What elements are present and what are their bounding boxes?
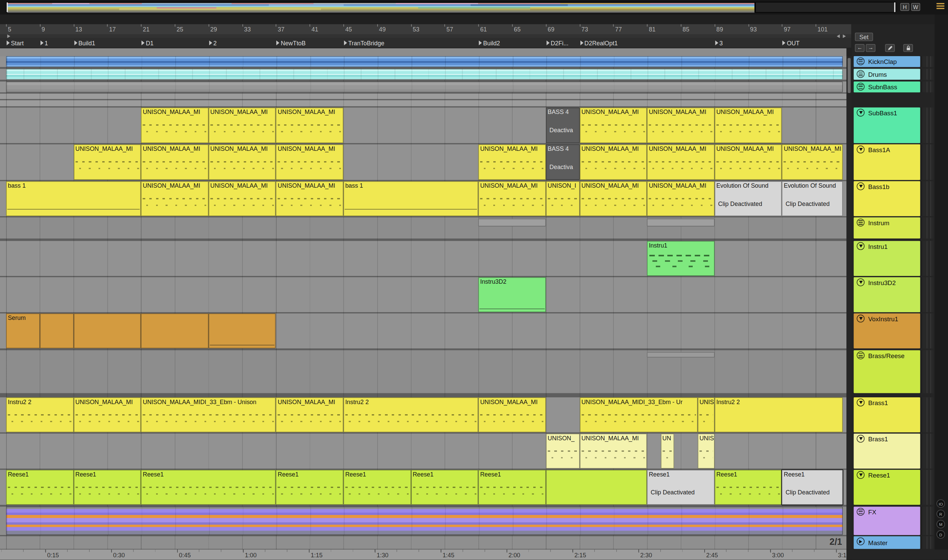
hamburger-menu-icon[interactable] [937,3,945,11]
pencil-draw-icon[interactable] [885,44,895,52]
clip-reese1[interactable]: Reese1 [714,470,782,505]
locator-build2[interactable]: Build2 [479,38,500,47]
play-icon[interactable] [857,537,865,545]
clip-unison-malaa-mi[interactable]: UNISON_MALAA_MI [580,181,647,217]
clip-graystrip[interactable] [6,82,843,92]
w-button[interactable]: W [911,3,920,11]
group-fold-icon[interactable] [857,351,865,359]
clip-unison-malaa-midi-33-ebm-ur[interactable]: UNISON_MALAA_MIDI_33_Ebm - Ur [580,397,698,432]
clip-unison-malaa-mi[interactable]: UNISON_MALAA_MI [580,145,647,180]
clip-bass-1[interactable]: bass 1 [6,181,141,217]
clip-unis[interactable]: UNIS [698,397,715,432]
overview-zoom-handle-right[interactable] [894,2,896,12]
clip-unison-i[interactable]: UNISON_I [546,181,580,217]
clip-unison-malaa-mi[interactable]: UNISON_MALAA_MI [479,145,546,180]
clip-unison-malaa-mi[interactable]: UNISON_MALAA_MI [714,108,782,143]
clip-unison-malaa-mi[interactable]: UNISON_MALAA_MI [782,145,843,180]
track-header-bass1a[interactable]: Bass1A [854,145,920,180]
clip-reese1[interactable]: Reese1 [141,470,276,505]
forward-arrow-button[interactable]: → [866,44,875,52]
track-header-kicknclap[interactable]: KicknClap [854,56,920,67]
group-fold-icon[interactable] [857,83,865,91]
group-fold-icon[interactable] [857,508,865,516]
clip-reese1[interactable]: Reese1 [411,470,479,505]
h-button[interactable]: H [900,3,909,11]
locator-d1[interactable]: D1 [142,38,153,47]
clip-unison-malaa-mi[interactable]: UNISON_MALAA_MI [580,108,647,143]
locator-d2fi-[interactable]: D2Fi... [547,38,568,47]
group-fold-icon[interactable] [857,70,865,78]
clip-unison-malaa-mi[interactable]: UNISON_MALAA_MI [647,145,714,180]
locator-out[interactable]: OUT [783,38,799,47]
unfold-track-icon[interactable] [857,471,865,479]
track-header-instru3d2[interactable]: Instru3D2 [854,277,920,312]
clip-orange[interactable] [141,314,208,349]
scrub-area[interactable] [0,34,851,38]
unfold-track-icon[interactable] [857,242,865,250]
bar-ruler[interactable]: 5913172125293337414549535761656973778185… [0,24,851,34]
track-header-bass1b[interactable]: Bass1b [854,181,920,217]
clip-unison-malaa-mi[interactable]: UNISON_MALAA_MI [141,108,208,143]
clip-unison-malaa-mi[interactable]: UNISON_MALAA_MI [714,145,782,180]
clip-orange[interactable] [40,314,74,349]
unfold-track-icon[interactable] [857,435,865,443]
clip-serum[interactable]: Serum [6,314,40,349]
clip-reese1[interactable]: Reese1 [276,470,343,505]
lock-icon[interactable] [903,44,913,52]
locator-d2realopt1[interactable]: D2RealOpt1 [580,38,618,47]
unfold-track-icon[interactable] [857,182,865,190]
track-header-brass1[interactable]: Brass1 [854,397,920,432]
clip-unison-malaa-mi[interactable]: UNISON_MALAA_MI [276,108,343,143]
clip-bass-4[interactable]: BASS 4Deactiva [546,108,580,143]
clip-reese1[interactable]: Reese1Clip Deactivated [647,470,714,505]
track-header-drums[interactable]: Drums [854,69,920,80]
back-arrow-button[interactable]: ← [855,44,865,52]
mixer-section-toggle-m[interactable]: M [937,520,945,528]
clip-unis[interactable]: UNIS [698,434,715,469]
clip-kick[interactable] [6,56,843,67]
set-locator-button[interactable]: Set [855,32,873,41]
group-fold-icon[interactable] [857,218,865,226]
clip-unison-malaa-mi[interactable]: UNISON_MALAA_MI [647,108,714,143]
clip-sliver[interactable] [479,218,546,226]
clip-unison-malaa-mi[interactable]: UNISON_MALAA_MI [74,397,141,432]
clip-lime[interactable] [546,470,647,505]
clip-unison-malaa-mi[interactable]: UNISON_MALAA_MI [479,397,546,432]
locator-trantobridge[interactable]: TranToBridge [344,38,384,47]
clip-unison-malaa-mi[interactable]: UNISON_MALAA_MI [276,145,343,180]
track-header-brass1[interactable]: Brass1 [854,434,920,469]
clip-bass-1[interactable]: bass 1 [343,181,479,217]
scroll-left-icon[interactable] [837,34,840,38]
locator-2[interactable]: 2 [209,38,216,47]
group-fold-icon[interactable] [857,57,865,65]
scrollbar-thumb[interactable] [848,58,851,93]
clip-instru3d2[interactable]: Instru3D2 [479,277,546,312]
clip-unison-malaa-mi[interactable]: UNISON_MALAA_MI [647,181,714,217]
clip-unison-malaa-mi[interactable]: UNISON_MALAA_MI [580,434,647,469]
clip-fx[interactable] [6,506,843,535]
arrangement-area[interactable]: UNISON_MALAA_MIUNISON_MALAA_MIUNISON_MAL… [0,56,846,549]
clip-instru2-2[interactable]: Instru2 2 [6,397,74,432]
clip-reese1[interactable]: Reese1Clip Deactivated [782,470,843,505]
clip-unison-malaa-mi[interactable]: UNISON_MALAA_MI [479,181,546,217]
clip-orange[interactable] [74,314,141,349]
clip-unison-malaa-mi[interactable]: UNISON_MALAA_MI [141,145,208,180]
mixer-section-toggle-r[interactable]: R [937,509,945,518]
track-header-master[interactable]: Master [854,536,920,549]
locator-newttob[interactable]: NewTtoB [276,38,306,47]
clip-unison-malaa-midi-33-ebm-unison[interactable]: UNISON_MALAA_MIDI_33_Ebm - Unison [141,397,276,432]
clip-sliver[interactable] [647,218,714,226]
clip-orange[interactable] [208,314,276,349]
locator-3[interactable]: 3 [715,38,723,47]
track-header-subnbass[interactable]: SubnBass [854,82,920,92]
unfold-track-icon[interactable] [857,399,865,406]
time-ruler[interactable]: 0:150:300:451:001:151:301:452:002:152:30… [0,549,846,560]
track-header-instru1[interactable]: Instru1 [854,241,920,276]
clip-sliver2[interactable] [647,352,714,357]
mixer-section-toggle-d[interactable]: D [937,530,945,539]
locator-start[interactable]: Start [7,38,24,47]
locator-1[interactable]: 1 [40,38,48,47]
locator-build1[interactable]: Build1 [74,38,95,47]
clip-evolution-of-sound[interactable]: Evolution Of SoundClip Deactivated [782,181,843,217]
clip-unison-malaa-mi[interactable]: UNISON_MALAA_MI [141,181,208,217]
